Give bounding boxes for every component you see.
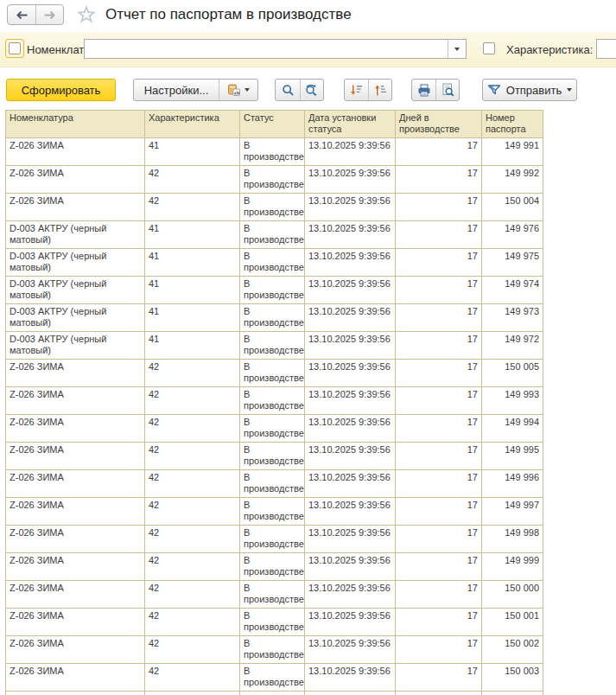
table-cell[interactable]: 42 [145, 387, 240, 415]
table-cell[interactable]: 149 998 [482, 526, 543, 553]
column-header[interactable]: Дата установки статуса [305, 111, 396, 138]
table-cell[interactable]: Z-026 ЗИМА [6, 194, 145, 221]
table-cell[interactable]: 13.10.2025 9:39:56 [305, 609, 396, 636]
back-button[interactable] [8, 5, 35, 24]
table-cell[interactable]: 17 [396, 415, 482, 443]
table-cell[interactable]: 17 [396, 221, 482, 249]
table-cell[interactable]: 41 [145, 332, 240, 360]
column-header[interactable]: Дней в производстве [396, 111, 482, 138]
table-cell[interactable]: 42 [145, 443, 240, 470]
table-cell[interactable]: 149 974 [482, 277, 543, 304]
table-cell[interactable]: 17 [396, 526, 482, 553]
table-cell[interactable]: 17 [396, 636, 482, 664]
table-cell[interactable]: 149 991 [482, 138, 543, 166]
table-cell[interactable]: В производстве [240, 277, 305, 304]
search-button[interactable] [276, 80, 300, 100]
table-cell[interactable]: В производстве [240, 360, 305, 387]
table-cell[interactable]: 42 [145, 166, 240, 194]
forward-button[interactable] [35, 5, 63, 24]
table-cell[interactable]: Z-026 ЗИМА [6, 470, 145, 498]
generate-button[interactable]: Сформировать [6, 79, 116, 101]
table-cell[interactable]: 42 [145, 526, 240, 553]
table-cell[interactable]: В производстве [240, 498, 305, 526]
table-cell[interactable]: В производстве [240, 304, 305, 332]
table-cell[interactable]: 17 [396, 664, 482, 692]
table-cell[interactable]: Z-026 ЗИМА [6, 166, 145, 194]
sort-ascending-button[interactable] [368, 80, 391, 100]
table-cell[interactable]: Z-026 ЗИМА [6, 636, 145, 664]
table-cell[interactable]: 149 999 [482, 553, 543, 581]
table-cell[interactable]: Z-026 ЗИМА [6, 387, 145, 415]
table-cell[interactable]: В производстве [240, 581, 305, 609]
table-cell[interactable]: В производстве [240, 692, 305, 695]
table-cell[interactable]: 149 972 [482, 332, 543, 360]
table-cell[interactable]: 13.10.2025 9:39:56 [305, 138, 396, 166]
table-cell[interactable]: 13.10.2025 9:39:56 [305, 332, 396, 360]
table-cell[interactable]: 17 [396, 194, 482, 221]
table-cell[interactable]: 13.10.2025 9:39:56 [305, 166, 396, 194]
table-cell[interactable]: Z-026 ЗИМА [6, 360, 145, 387]
table-cell[interactable]: 17 [396, 581, 482, 609]
table-cell[interactable]: 13.10.2025 9:39:56 [305, 415, 396, 443]
nomenclature-dropdown-button[interactable] [448, 40, 466, 58]
column-header[interactable]: Номер паспорта [482, 111, 543, 138]
table-cell[interactable]: 41 [145, 304, 240, 332]
table-cell[interactable]: 13.10.2025 9:39:56 [305, 581, 396, 609]
table-cell[interactable]: 150 001 [482, 609, 543, 636]
table-cell[interactable]: 150 005 [482, 360, 543, 387]
table-cell[interactable]: 13.10.2025 9:39:56 [305, 470, 396, 498]
table-cell[interactable]: 150 012 [482, 692, 543, 695]
column-header[interactable]: Характеристика [145, 111, 240, 138]
table-cell[interactable]: В производстве [240, 664, 305, 692]
sort-descending-button[interactable] [345, 80, 368, 100]
table-cell[interactable]: Z-026 ЗИМА [6, 498, 145, 526]
table-cell[interactable]: 13.10.2025 9:39:56 [305, 249, 396, 277]
table-cell[interactable]: 13.10.2025 9:39:56 [305, 277, 396, 304]
table-cell[interactable]: Z-026 ЗИМА [6, 526, 145, 553]
table-cell[interactable]: 17 [396, 304, 482, 332]
print-button[interactable] [412, 80, 435, 100]
table-cell[interactable]: 42 [145, 664, 240, 692]
table-cell[interactable]: Z-026 ЗИМА [6, 443, 145, 470]
table-cell[interactable]: 149 973 [482, 304, 543, 332]
table-cell[interactable]: В производстве [240, 166, 305, 194]
table-cell[interactable]: 42 [145, 609, 240, 636]
table-cell[interactable]: 43 [145, 692, 240, 695]
table-cell[interactable]: 42 [145, 415, 240, 443]
send-button[interactable]: Отправить [482, 79, 577, 101]
table-cell[interactable]: В производстве [240, 526, 305, 553]
table-cell[interactable]: 13.10.2025 9:39:56 [305, 498, 396, 526]
table-cell[interactable]: 13.10.2025 9:39:56 [305, 304, 396, 332]
table-cell[interactable]: В производстве [240, 609, 305, 636]
table-cell[interactable]: В производстве [240, 194, 305, 221]
table-cell[interactable]: 17 [396, 166, 482, 194]
table-cell[interactable]: В производстве [240, 221, 305, 249]
table-cell[interactable]: 41 [145, 277, 240, 304]
table-cell[interactable]: 17 [396, 138, 482, 166]
nomenclature-input[interactable] [85, 40, 448, 58]
table-cell[interactable]: 17 [396, 553, 482, 581]
table-cell[interactable]: 17 [396, 249, 482, 277]
table-cell[interactable]: 42 [145, 470, 240, 498]
table-cell[interactable]: 17 [396, 360, 482, 387]
table-cell[interactable]: 13.10.2025 9:39:56 [305, 387, 396, 415]
table-cell[interactable]: 13.10.2025 9:39:56 [305, 194, 396, 221]
table-cell[interactable]: 42 [145, 636, 240, 664]
table-cell[interactable]: 17 [396, 470, 482, 498]
table-cell[interactable]: 149 996 [482, 470, 543, 498]
table-cell[interactable]: D-003 АКТРУ (черный матовый) [6, 249, 145, 277]
table-cell[interactable]: В производстве [240, 249, 305, 277]
table-cell[interactable]: Z-026 ЗИМА [6, 609, 145, 636]
table-cell[interactable]: D-003 АКТРУ (черный матовый) [6, 304, 145, 332]
settings-button[interactable]: Настройки... [134, 80, 219, 100]
table-cell[interactable]: В производстве [240, 443, 305, 470]
column-header[interactable]: Номенклатура [6, 111, 145, 138]
table-cell[interactable]: В производстве [240, 553, 305, 581]
table-cell[interactable]: В производстве [240, 636, 305, 664]
table-cell[interactable]: 149 976 [482, 221, 543, 249]
favorite-star-icon[interactable] [76, 5, 96, 25]
table-cell[interactable]: Z-026 ЗИМА [6, 581, 145, 609]
table-cell[interactable]: D-003 АКТРУ (черный матовый) [6, 221, 145, 249]
table-cell[interactable]: Z-026 ЗИМА [6, 692, 145, 695]
table-cell[interactable]: В производстве [240, 415, 305, 443]
